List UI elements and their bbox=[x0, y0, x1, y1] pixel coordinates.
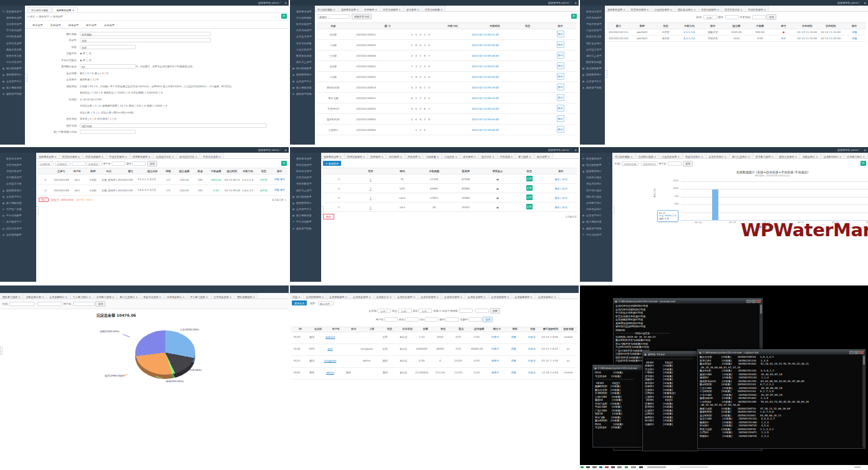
sidebar-item[interactable]: 系统基本设置 bbox=[290, 155, 321, 161]
page-tab[interactable]: 彩票玩法管理 × bbox=[629, 6, 652, 11]
refresh-button[interactable]: ⟳ bbox=[861, 161, 866, 166]
cmd-window-list[interactable]: ▣ C:\Windows\system32\cmd.exe PK10 [已采集]… bbox=[592, 365, 645, 448]
sidebar-item[interactable]: 追号投注管理 bbox=[580, 46, 605, 52]
sort-input[interactable]: 2 bbox=[355, 186, 387, 191]
page-tab[interactable]: 全局盈亏查询 × bbox=[94, 293, 118, 299]
page-tab[interactable]: 信息 × bbox=[290, 293, 304, 299]
sidebar-collapse-handle[interactable]: ‹ bbox=[321, 206, 324, 214]
date-from-input[interactable]: 20250208 bbox=[622, 161, 638, 166]
sidebar-item[interactable]: 自动统计报表 bbox=[580, 175, 612, 181]
reg-ip-input[interactable] bbox=[468, 317, 482, 322]
sidebar-item[interactable]: 彩票玩法管理 bbox=[0, 155, 36, 161]
page-tab[interactable]: 中奖记录查询 × bbox=[200, 153, 224, 158]
refresh-button[interactable]: ⟳ bbox=[281, 14, 287, 19]
row-checkbox[interactable]: ☐ bbox=[323, 176, 355, 182]
sidebar-item[interactable]: 数据备份还原 bbox=[290, 52, 315, 59]
form-input[interactable]: 描述 bbox=[80, 45, 136, 49]
sidebar-item[interactable]: 团队返点统计 bbox=[580, 40, 605, 46]
page-tab[interactable]: 手动开奖管理 × bbox=[746, 6, 769, 11]
sidebar-item[interactable]: 彩种分组管理 bbox=[290, 161, 321, 168]
sidebar-item[interactable]: 数据备份还原 bbox=[580, 59, 605, 65]
page-tab[interactable]: 风控设置 × bbox=[534, 153, 553, 158]
include-sub-checkbox[interactable]: ☐ 包含下级余额 bbox=[439, 309, 458, 312]
page-tab[interactable]: 开奖号码管理 × bbox=[83, 153, 107, 158]
refresh-button[interactable]: ⟳ bbox=[571, 14, 577, 19]
issue2-input[interactable] bbox=[132, 161, 146, 166]
settings-tab[interactable]: 其他设置 bbox=[100, 22, 118, 28]
page-tab[interactable]: 会员等级管理 × bbox=[489, 293, 513, 299]
sidebar-item[interactable]: 手动开奖管理 bbox=[0, 168, 36, 174]
page-tab[interactable]: 彩种管理 × bbox=[368, 153, 387, 158]
row-actions[interactable]: 修改 | 玩法 bbox=[545, 176, 577, 182]
form-input[interactable]: 多彩国际 bbox=[80, 32, 211, 36]
sidebar-item[interactable]: 彩票玩法管理 bbox=[580, 8, 605, 14]
date-from-input[interactable] bbox=[9, 302, 34, 306]
page-tab[interactable]: 彩票开奖记录 × bbox=[722, 6, 746, 11]
page-tab[interactable]: 平台盈亏报表 × bbox=[188, 293, 211, 299]
page-tab[interactable]: 开奖号码采集 × bbox=[422, 6, 446, 11]
page-tab[interactable]: 财务汇总管理 × bbox=[776, 153, 800, 158]
search-button[interactable]: 查询 bbox=[483, 317, 493, 322]
sidebar-item[interactable]: ◉会员管理中心˅ bbox=[0, 193, 36, 199]
sidebar-item[interactable]: ✦代理推广体系˅ bbox=[0, 206, 36, 213]
page-tab[interactable]: 追号管理 × bbox=[460, 153, 479, 158]
cmd-window-admin-53[interactable]: ▣ 管理员: 53.bat --------------------------… bbox=[642, 351, 698, 451]
row-actions[interactable]: 修改 | 玩法 bbox=[545, 186, 577, 191]
page-tab[interactable]: 会员提款管理 × bbox=[395, 293, 418, 299]
edit-link[interactable]: 修改 bbox=[557, 115, 564, 122]
page-tab[interactable]: 追号管理 × bbox=[404, 6, 423, 11]
topbar-user[interactable]: 超级管理员 admin ˅ bbox=[258, 1, 281, 4]
cmd-window-caijiqun[interactable]: ▣ C:\Windows\system32\cmd.exe - caijiqun… bbox=[697, 349, 866, 449]
sidebar-item[interactable]: ▣嵌入视频体系˅ bbox=[0, 84, 25, 90]
window-titlebar[interactable]: ▣ C:\Windows\system32\cmd.exe bbox=[593, 365, 644, 370]
username-input[interactable] bbox=[668, 161, 682, 166]
maximize-button[interactable]: ▢ bbox=[751, 300, 756, 303]
sidebar-item[interactable]: ▲财务数据统计˄ bbox=[580, 168, 612, 174]
topbar-user[interactable]: 超级管理员 admin ˅ bbox=[258, 148, 281, 151]
sidebar-item[interactable]: 开奖号码管理 bbox=[0, 161, 36, 168]
row-checkbox[interactable]: ☐ bbox=[323, 186, 355, 191]
row-checkbox[interactable]: ☐ bbox=[323, 204, 355, 210]
edit-link[interactable]: 修改 bbox=[557, 52, 564, 59]
sort-select[interactable]: 默认排序 ˅ bbox=[318, 301, 334, 305]
page-tab[interactable]: 彩票玩法管理 × bbox=[60, 153, 84, 158]
lottery-select[interactable]: 全部 ˅ bbox=[703, 15, 717, 19]
balance-max-input[interactable] bbox=[475, 309, 489, 313]
page-tab[interactable]: 号码采集 × bbox=[423, 153, 442, 158]
sidebar-item[interactable]: 彩票开奖记录 bbox=[580, 34, 605, 40]
page-tab[interactable]: 系统基本设置 × bbox=[36, 153, 60, 158]
search-button[interactable]: 查询 bbox=[95, 301, 105, 307]
sidebar-item[interactable]: ⚙彩票系统管理˅ bbox=[580, 155, 612, 161]
sidebar-item[interactable]: ◇风控预警中心˅ bbox=[0, 219, 36, 225]
page-tab[interactable]: 盈亏报表 × bbox=[516, 153, 534, 158]
row-actions[interactable]: 修改 | 玩法 bbox=[545, 204, 577, 210]
lottery-select[interactable]: 全部彩种 ˅ bbox=[38, 161, 54, 166]
page-tab[interactable]: 系统基本设置 × bbox=[605, 6, 629, 11]
page-tab[interactable]: 盈亏汇总统计 × bbox=[730, 153, 753, 158]
group-select[interactable]: 全部 ˅ bbox=[377, 309, 391, 313]
page-tab[interactable]: 会员资金管理 × bbox=[350, 293, 374, 299]
bell-icon[interactable]: ◉ bbox=[285, 148, 287, 151]
sidebar-item[interactable]: 彩种分组管理 bbox=[290, 21, 315, 27]
page-tab[interactable]: 自动统计报表 × bbox=[636, 153, 660, 158]
qq-input[interactable] bbox=[425, 317, 438, 322]
sidebar-item[interactable]: 计划任务管理 bbox=[580, 27, 605, 34]
status-select[interactable]: 全部 ˅ bbox=[398, 309, 412, 313]
form-input[interactable]: 描述 bbox=[80, 38, 211, 42]
search-button[interactable]: 查询 bbox=[147, 161, 157, 166]
refresh-numbers-button[interactable]: 刷新开奖号码 bbox=[352, 14, 372, 19]
sidebar-item[interactable]: ◉会员管理中心˅ bbox=[580, 213, 612, 219]
form-input[interactable] bbox=[80, 130, 136, 134]
sidebar-item[interactable]: ✦平台活动管理˅ bbox=[580, 231, 612, 237]
page-tab[interactable]: 存取款统计表 × bbox=[24, 293, 47, 299]
sidebar-item[interactable]: 开奖号码管理 bbox=[580, 14, 605, 21]
sidebar-item[interactable]: 后台开奖管理 bbox=[0, 59, 25, 65]
sidebar-item[interactable]: ♟合买系统配置˅ bbox=[0, 231, 36, 237]
sidebar-item[interactable]: 团队统计报表 bbox=[580, 193, 612, 199]
sidebar-item[interactable]: 系统基本设置 bbox=[290, 8, 315, 14]
sidebar-item[interactable]: ▲财务数据统计˅ bbox=[290, 72, 315, 78]
sidebar-item[interactable]: 追号投注管理 bbox=[290, 34, 315, 40]
page-tab[interactable]: 会员投注记录 × bbox=[153, 153, 177, 158]
edit-link[interactable]: 修改 bbox=[557, 105, 564, 112]
page-tab[interactable]: 开奖设置 × bbox=[405, 153, 424, 158]
